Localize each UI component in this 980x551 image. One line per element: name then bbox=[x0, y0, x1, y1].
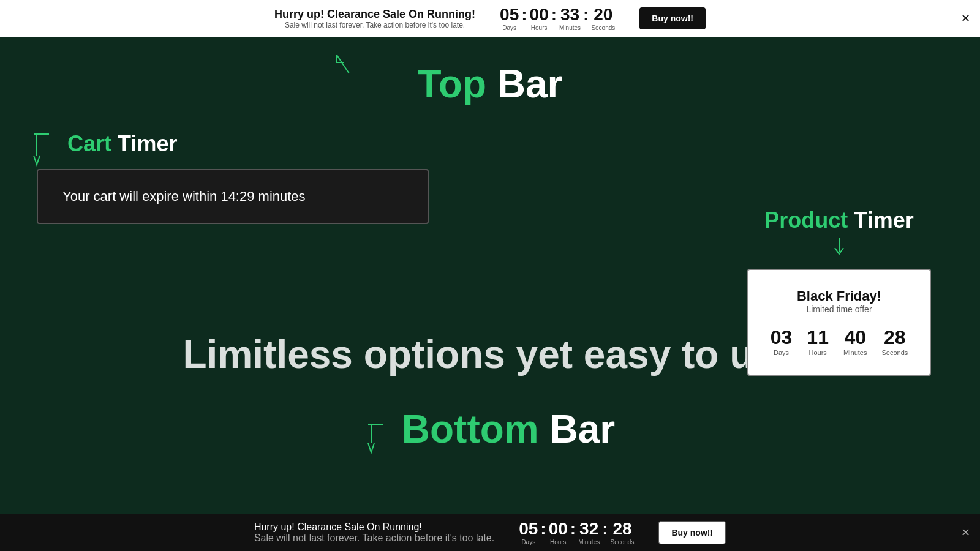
bottom-bar-section-label: Bottom Bar bbox=[0, 394, 980, 458]
cart-timer-label: Cart Timer bbox=[37, 131, 177, 157]
bottom-bar-subtitle: Sale will not last forever. Take action … bbox=[254, 533, 494, 544]
bottom-bar-hours-number: 00 bbox=[549, 520, 568, 538]
pt-minutes-label: Minutes bbox=[843, 349, 867, 356]
pt-minutes-unit: 40 Minutes bbox=[843, 326, 867, 356]
top-bar-days-number: 05 bbox=[500, 6, 519, 23]
cart-heading-white: Timer bbox=[111, 131, 177, 156]
product-timer-arrow bbox=[747, 238, 931, 257]
top-bar-hours-number: 00 bbox=[530, 6, 549, 23]
pt-days-number: 03 bbox=[771, 326, 793, 349]
product-timer-box: Black Friday! Limited time offer 03 Days… bbox=[747, 269, 931, 376]
svg-line-0 bbox=[337, 55, 349, 73]
top-bar-minutes-number: 33 bbox=[560, 6, 579, 23]
timer-row: Cart Timer Your cart will expire within … bbox=[0, 113, 980, 296]
bottom-heading-green: Bottom bbox=[402, 407, 539, 451]
top-bar-seconds-label: Seconds bbox=[591, 24, 615, 31]
top-bar-colon-2: : bbox=[551, 5, 557, 24]
product-timer-display: 03 Days 11 Hours 40 Minutes 2 bbox=[773, 326, 905, 356]
bottom-bar-minutes-unit: 32 Minutes bbox=[578, 520, 600, 545]
product-timer-subtitle: Limited time offer bbox=[773, 304, 905, 314]
top-bar-days-label: Days bbox=[502, 24, 516, 31]
top-bar-colon-1: : bbox=[521, 5, 527, 24]
product-timer-heading: Product Timer bbox=[747, 208, 931, 233]
pt-minutes-number: 40 bbox=[844, 326, 866, 349]
bottom-bar: Hurry up! Clearance Sale On Running! Sal… bbox=[0, 514, 980, 551]
top-bar-heading-green: Top bbox=[417, 62, 486, 106]
bottom-bar-close-button[interactable]: ✕ bbox=[961, 526, 970, 539]
top-bar-colon-3: : bbox=[583, 5, 589, 24]
bottom-bar-seconds-unit: 28 Seconds bbox=[611, 520, 635, 545]
cart-timer-section: Cart Timer Your cart will expire within … bbox=[0, 113, 466, 242]
bottom-bar-section-heading: Bottom Bar bbox=[402, 407, 615, 452]
bottom-bar-colon-3: : bbox=[602, 519, 608, 539]
pt-seconds-unit: 28 Seconds bbox=[881, 326, 908, 356]
bottom-bar-colon-2: : bbox=[570, 519, 576, 539]
top-bar: Hurry up! Clearance Sale On Running! Sal… bbox=[0, 0, 980, 37]
pt-hours-number: 11 bbox=[807, 326, 829, 349]
top-bar-buy-button[interactable]: Buy now!! bbox=[639, 7, 706, 29]
top-bar-seconds-number: 20 bbox=[594, 6, 612, 23]
bottom-bar-title: Hurry up! Clearance Sale On Running! bbox=[254, 522, 494, 533]
bottom-bar-hours-unit: 00 Hours bbox=[549, 520, 568, 545]
cart-timer-arrow bbox=[31, 131, 61, 170]
pt-days-label: Days bbox=[774, 349, 789, 356]
top-bar-hours-unit: 00 Hours bbox=[530, 6, 549, 31]
bottom-bar-minutes-number: 32 bbox=[579, 520, 598, 538]
top-bar-seconds-unit: 20 Seconds bbox=[591, 6, 615, 31]
top-bar-minutes-label: Minutes bbox=[559, 24, 581, 31]
bottom-heading-white: Bar bbox=[539, 407, 616, 451]
bottom-bar-days-label: Days bbox=[521, 539, 535, 545]
bottom-bar-colon-1: : bbox=[540, 519, 546, 539]
top-bar-minutes-unit: 33 Minutes bbox=[559, 6, 581, 31]
top-bar-timer: 05 Days : 00 Hours : 33 Minutes : 20 Sec… bbox=[500, 5, 615, 32]
bottom-bar-arrow bbox=[365, 422, 396, 458]
product-heading-green: Product bbox=[764, 208, 848, 233]
top-bar-title: Hurry up! Clearance Sale On Running! bbox=[274, 8, 475, 21]
cart-timer-message: Your cart will expire within 14:29 minut… bbox=[62, 189, 403, 204]
product-timer-label: Product Timer bbox=[747, 208, 931, 257]
cart-timer-box: Your cart will expire within 14:29 minut… bbox=[37, 169, 429, 224]
product-timer-section: Product Timer Black Friday! Limited time… bbox=[747, 208, 931, 376]
bottom-bar-seconds-label: Seconds bbox=[611, 539, 635, 545]
product-heading-white: Timer bbox=[848, 208, 913, 233]
top-bar-close-button[interactable]: ✕ bbox=[961, 12, 970, 25]
pt-days-unit: 03 Days bbox=[771, 326, 793, 356]
bottom-bar-seconds-number: 28 bbox=[612, 520, 631, 538]
top-bar-days-unit: 05 Days bbox=[500, 6, 519, 31]
bottom-bar-days-number: 05 bbox=[519, 520, 538, 538]
product-timer-title: Black Friday! bbox=[773, 288, 905, 304]
top-bar-hours-label: Hours bbox=[531, 24, 548, 31]
top-bar-section-label: Top Bar bbox=[0, 43, 980, 113]
bottom-bar-hours-label: Hours bbox=[550, 539, 567, 545]
bottom-bar-days-unit: 05 Days bbox=[519, 520, 538, 545]
top-bar-heading-white: Bar bbox=[486, 62, 563, 106]
bottom-bar-timer: 05 Days : 00 Hours : 32 Minutes : 28 Sec… bbox=[519, 519, 634, 546]
top-bar-section-heading: Top Bar bbox=[0, 61, 980, 107]
top-bar-arrow bbox=[331, 49, 361, 82]
pt-seconds-number: 28 bbox=[884, 326, 906, 349]
top-bar-subtitle: Sale will not last forever. Take action … bbox=[274, 21, 475, 29]
cart-heading-green: Cart bbox=[67, 131, 111, 156]
pt-hours-unit: 11 Hours bbox=[807, 326, 829, 356]
bottom-bar-buy-button[interactable]: Buy now!! bbox=[658, 521, 726, 544]
bottom-bar-text: Hurry up! Clearance Sale On Running! Sal… bbox=[254, 522, 494, 544]
cart-timer-heading: Cart Timer bbox=[67, 131, 177, 157]
top-bar-text: Hurry up! Clearance Sale On Running! Sal… bbox=[274, 8, 475, 29]
bottom-bar-arrow-container: Bottom Bar bbox=[365, 407, 615, 452]
pt-hours-label: Hours bbox=[809, 349, 826, 356]
bottom-bar-minutes-label: Minutes bbox=[578, 539, 600, 545]
main-content: Top Bar Cart Timer Your cart bbox=[0, 0, 980, 551]
pt-seconds-label: Seconds bbox=[881, 349, 908, 356]
